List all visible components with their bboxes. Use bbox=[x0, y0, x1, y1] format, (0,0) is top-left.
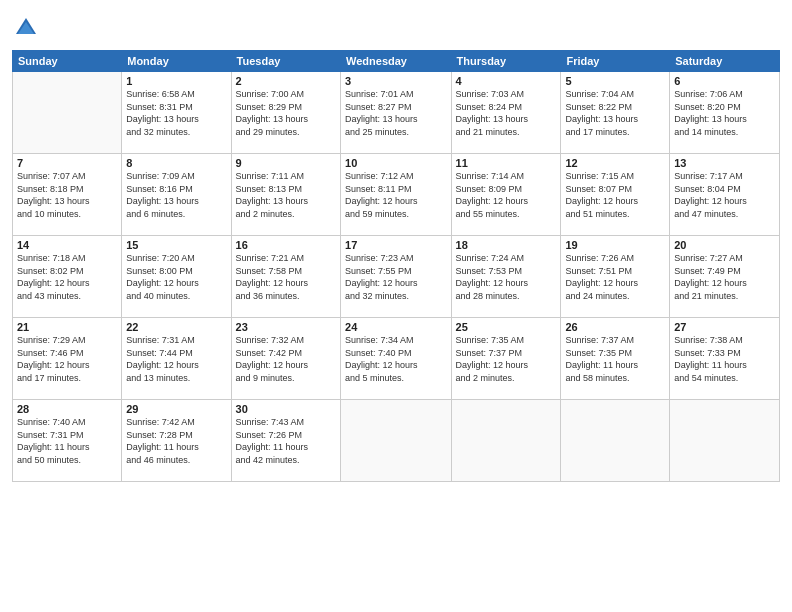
day-number: 21 bbox=[17, 321, 117, 333]
day-info: Sunrise: 7:37 AM Sunset: 7:35 PM Dayligh… bbox=[565, 334, 665, 384]
day-info: Sunrise: 7:18 AM Sunset: 8:02 PM Dayligh… bbox=[17, 252, 117, 302]
day-info: Sunrise: 7:00 AM Sunset: 8:29 PM Dayligh… bbox=[236, 88, 336, 138]
day-number: 19 bbox=[565, 239, 665, 251]
day-number: 16 bbox=[236, 239, 336, 251]
calendar-cell: 13Sunrise: 7:17 AM Sunset: 8:04 PM Dayli… bbox=[670, 154, 780, 236]
calendar-cell: 24Sunrise: 7:34 AM Sunset: 7:40 PM Dayli… bbox=[341, 318, 452, 400]
day-info: Sunrise: 7:40 AM Sunset: 7:31 PM Dayligh… bbox=[17, 416, 117, 466]
calendar-cell bbox=[451, 400, 561, 482]
day-number: 3 bbox=[345, 75, 447, 87]
day-info: Sunrise: 7:35 AM Sunset: 7:37 PM Dayligh… bbox=[456, 334, 557, 384]
day-info: Sunrise: 7:34 AM Sunset: 7:40 PM Dayligh… bbox=[345, 334, 447, 384]
calendar-cell: 30Sunrise: 7:43 AM Sunset: 7:26 PM Dayli… bbox=[231, 400, 340, 482]
day-number: 4 bbox=[456, 75, 557, 87]
day-info: Sunrise: 7:11 AM Sunset: 8:13 PM Dayligh… bbox=[236, 170, 336, 220]
day-number: 14 bbox=[17, 239, 117, 251]
day-info: Sunrise: 7:24 AM Sunset: 7:53 PM Dayligh… bbox=[456, 252, 557, 302]
day-info: Sunrise: 7:32 AM Sunset: 7:42 PM Dayligh… bbox=[236, 334, 336, 384]
day-number: 22 bbox=[126, 321, 226, 333]
day-number: 8 bbox=[126, 157, 226, 169]
weekday-header-monday: Monday bbox=[122, 51, 231, 72]
calendar-cell: 18Sunrise: 7:24 AM Sunset: 7:53 PM Dayli… bbox=[451, 236, 561, 318]
logo-icon bbox=[12, 14, 40, 42]
day-info: Sunrise: 7:31 AM Sunset: 7:44 PM Dayligh… bbox=[126, 334, 226, 384]
calendar-cell: 10Sunrise: 7:12 AM Sunset: 8:11 PM Dayli… bbox=[341, 154, 452, 236]
day-number: 12 bbox=[565, 157, 665, 169]
day-info: Sunrise: 7:26 AM Sunset: 7:51 PM Dayligh… bbox=[565, 252, 665, 302]
day-info: Sunrise: 7:29 AM Sunset: 7:46 PM Dayligh… bbox=[17, 334, 117, 384]
calendar-cell: 25Sunrise: 7:35 AM Sunset: 7:37 PM Dayli… bbox=[451, 318, 561, 400]
calendar-cell: 7Sunrise: 7:07 AM Sunset: 8:18 PM Daylig… bbox=[13, 154, 122, 236]
day-number: 27 bbox=[674, 321, 775, 333]
calendar-cell bbox=[13, 72, 122, 154]
calendar-cell: 6Sunrise: 7:06 AM Sunset: 8:20 PM Daylig… bbox=[670, 72, 780, 154]
calendar-cell bbox=[561, 400, 670, 482]
day-number: 28 bbox=[17, 403, 117, 415]
day-info: Sunrise: 7:12 AM Sunset: 8:11 PM Dayligh… bbox=[345, 170, 447, 220]
calendar-cell bbox=[670, 400, 780, 482]
day-info: Sunrise: 7:04 AM Sunset: 8:22 PM Dayligh… bbox=[565, 88, 665, 138]
day-number: 30 bbox=[236, 403, 336, 415]
day-number: 2 bbox=[236, 75, 336, 87]
day-number: 25 bbox=[456, 321, 557, 333]
calendar-cell: 23Sunrise: 7:32 AM Sunset: 7:42 PM Dayli… bbox=[231, 318, 340, 400]
weekday-header-row: SundayMondayTuesdayWednesdayThursdayFrid… bbox=[13, 51, 780, 72]
calendar-cell bbox=[341, 400, 452, 482]
calendar-cell: 4Sunrise: 7:03 AM Sunset: 8:24 PM Daylig… bbox=[451, 72, 561, 154]
calendar-cell: 15Sunrise: 7:20 AM Sunset: 8:00 PM Dayli… bbox=[122, 236, 231, 318]
week-row-1: 1Sunrise: 6:58 AM Sunset: 8:31 PM Daylig… bbox=[13, 72, 780, 154]
day-info: Sunrise: 7:07 AM Sunset: 8:18 PM Dayligh… bbox=[17, 170, 117, 220]
calendar-cell: 11Sunrise: 7:14 AM Sunset: 8:09 PM Dayli… bbox=[451, 154, 561, 236]
day-number: 1 bbox=[126, 75, 226, 87]
calendar-cell: 29Sunrise: 7:42 AM Sunset: 7:28 PM Dayli… bbox=[122, 400, 231, 482]
calendar-cell: 21Sunrise: 7:29 AM Sunset: 7:46 PM Dayli… bbox=[13, 318, 122, 400]
calendar-cell: 27Sunrise: 7:38 AM Sunset: 7:33 PM Dayli… bbox=[670, 318, 780, 400]
weekday-header-wednesday: Wednesday bbox=[341, 51, 452, 72]
week-row-5: 28Sunrise: 7:40 AM Sunset: 7:31 PM Dayli… bbox=[13, 400, 780, 482]
calendar-cell: 28Sunrise: 7:40 AM Sunset: 7:31 PM Dayli… bbox=[13, 400, 122, 482]
calendar-cell: 20Sunrise: 7:27 AM Sunset: 7:49 PM Dayli… bbox=[670, 236, 780, 318]
week-row-2: 7Sunrise: 7:07 AM Sunset: 8:18 PM Daylig… bbox=[13, 154, 780, 236]
calendar-cell: 16Sunrise: 7:21 AM Sunset: 7:58 PM Dayli… bbox=[231, 236, 340, 318]
day-info: Sunrise: 7:43 AM Sunset: 7:26 PM Dayligh… bbox=[236, 416, 336, 466]
day-info: Sunrise: 7:42 AM Sunset: 7:28 PM Dayligh… bbox=[126, 416, 226, 466]
day-info: Sunrise: 7:23 AM Sunset: 7:55 PM Dayligh… bbox=[345, 252, 447, 302]
calendar-table: SundayMondayTuesdayWednesdayThursdayFrid… bbox=[12, 50, 780, 482]
day-number: 11 bbox=[456, 157, 557, 169]
calendar-cell: 19Sunrise: 7:26 AM Sunset: 7:51 PM Dayli… bbox=[561, 236, 670, 318]
page-container: SundayMondayTuesdayWednesdayThursdayFrid… bbox=[0, 0, 792, 492]
day-info: Sunrise: 7:27 AM Sunset: 7:49 PM Dayligh… bbox=[674, 252, 775, 302]
day-number: 17 bbox=[345, 239, 447, 251]
day-number: 7 bbox=[17, 157, 117, 169]
day-number: 18 bbox=[456, 239, 557, 251]
weekday-header-saturday: Saturday bbox=[670, 51, 780, 72]
day-number: 20 bbox=[674, 239, 775, 251]
day-info: Sunrise: 7:21 AM Sunset: 7:58 PM Dayligh… bbox=[236, 252, 336, 302]
day-info: Sunrise: 7:20 AM Sunset: 8:00 PM Dayligh… bbox=[126, 252, 226, 302]
day-info: Sunrise: 6:58 AM Sunset: 8:31 PM Dayligh… bbox=[126, 88, 226, 138]
calendar-cell: 12Sunrise: 7:15 AM Sunset: 8:07 PM Dayli… bbox=[561, 154, 670, 236]
day-info: Sunrise: 7:03 AM Sunset: 8:24 PM Dayligh… bbox=[456, 88, 557, 138]
day-number: 10 bbox=[345, 157, 447, 169]
day-number: 13 bbox=[674, 157, 775, 169]
calendar-cell: 14Sunrise: 7:18 AM Sunset: 8:02 PM Dayli… bbox=[13, 236, 122, 318]
calendar-cell: 3Sunrise: 7:01 AM Sunset: 8:27 PM Daylig… bbox=[341, 72, 452, 154]
day-number: 26 bbox=[565, 321, 665, 333]
day-number: 9 bbox=[236, 157, 336, 169]
logo bbox=[12, 14, 44, 42]
day-info: Sunrise: 7:01 AM Sunset: 8:27 PM Dayligh… bbox=[345, 88, 447, 138]
weekday-header-thursday: Thursday bbox=[451, 51, 561, 72]
calendar-cell: 1Sunrise: 6:58 AM Sunset: 8:31 PM Daylig… bbox=[122, 72, 231, 154]
day-number: 6 bbox=[674, 75, 775, 87]
calendar-cell: 2Sunrise: 7:00 AM Sunset: 8:29 PM Daylig… bbox=[231, 72, 340, 154]
weekday-header-tuesday: Tuesday bbox=[231, 51, 340, 72]
weekday-header-friday: Friday bbox=[561, 51, 670, 72]
calendar-cell: 17Sunrise: 7:23 AM Sunset: 7:55 PM Dayli… bbox=[341, 236, 452, 318]
calendar-cell: 26Sunrise: 7:37 AM Sunset: 7:35 PM Dayli… bbox=[561, 318, 670, 400]
day-number: 24 bbox=[345, 321, 447, 333]
day-number: 5 bbox=[565, 75, 665, 87]
header bbox=[12, 10, 780, 42]
day-info: Sunrise: 7:14 AM Sunset: 8:09 PM Dayligh… bbox=[456, 170, 557, 220]
day-info: Sunrise: 7:15 AM Sunset: 8:07 PM Dayligh… bbox=[565, 170, 665, 220]
calendar-cell: 8Sunrise: 7:09 AM Sunset: 8:16 PM Daylig… bbox=[122, 154, 231, 236]
